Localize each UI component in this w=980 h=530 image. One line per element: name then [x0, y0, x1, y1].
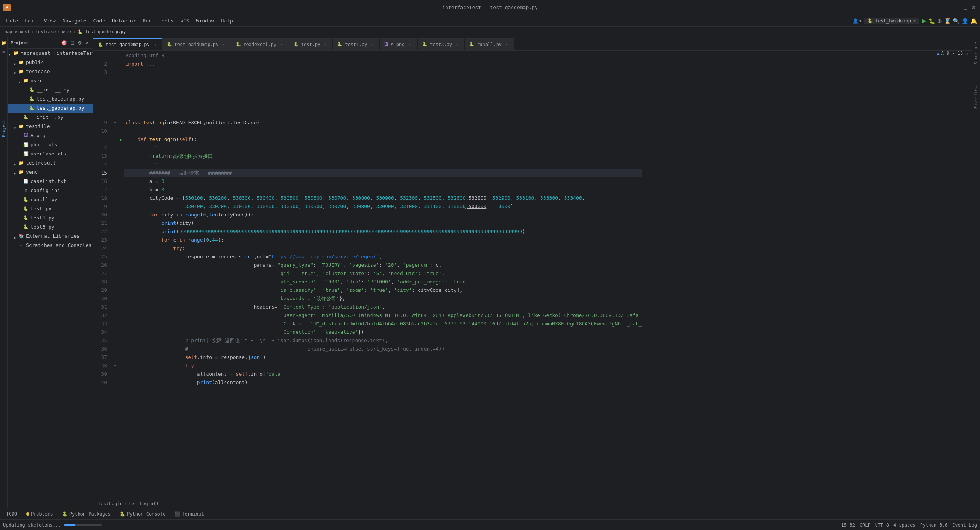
tree-item-caselist[interactable]: ▶ 📄 caselist.txt	[8, 177, 93, 186]
tree-item-config[interactable]: ▶ ⚙ config.ini	[8, 186, 93, 195]
tree-item-user[interactable]: ▾ 📁 user	[8, 76, 93, 85]
code-area[interactable]: 1 2 3 9 10 11 12 13 14 15 16 17	[93, 51, 972, 499]
close-button[interactable]: ✕	[971, 5, 977, 11]
tree-item-runall[interactable]: ▶ 🐍 runall.py	[8, 195, 93, 204]
coverage-button[interactable]: ⊕	[937, 18, 942, 24]
tree-item-external-libraries[interactable]: ▶ 📚 External Libraries	[8, 232, 93, 241]
structure-label[interactable]: Structure	[974, 39, 978, 68]
run-line-11[interactable]: ▶	[118, 135, 124, 144]
profile-run-button[interactable]: ⌛	[944, 18, 951, 24]
terminal-tab[interactable]: ⬛ Terminal	[172, 511, 207, 517]
code-line-25: ····················response = requests.…	[124, 253, 642, 261]
menu-code[interactable]: Code	[90, 17, 108, 24]
favorites-label[interactable]: Favorites	[974, 83, 978, 112]
menu-file[interactable]: File	[3, 17, 21, 24]
project-panel-label[interactable]: Project	[1, 117, 6, 140]
indent[interactable]: 4 spaces	[893, 522, 916, 528]
close-panel-button[interactable]: ✕	[84, 40, 90, 46]
tree-item-public[interactable]: ▶ 📁 public	[8, 58, 93, 67]
fold-for2[interactable]: ▾	[112, 236, 118, 244]
minimize-button[interactable]: —	[954, 5, 960, 11]
python-version[interactable]: Python 3.6	[920, 522, 948, 528]
tree-item-venv[interactable]: ▾ 📁 venv	[8, 168, 93, 177]
breadcrumb-item[interactable]: maprequest	[5, 29, 30, 34]
breadcrumb-current-file[interactable]: 🐍 test_gaodemap.py	[77, 29, 126, 34]
search-everywhere-button[interactable]: 🔍	[953, 18, 959, 24]
run-config-button[interactable]: 🐍 test_baidumap ▼	[864, 18, 919, 24]
code-line-2: import ...	[124, 60, 642, 68]
fold-method[interactable]: ▾	[112, 135, 118, 144]
tab-test-gaodemap[interactable]: 🐍 test_gaodemap.py ✕	[93, 38, 162, 50]
breadcrumb-item[interactable]: testcase	[35, 29, 56, 34]
commit-icon[interactable]: ⊕	[0, 48, 8, 56]
menu-run[interactable]: Run	[140, 17, 155, 24]
menu-help[interactable]: Help	[218, 17, 236, 24]
code-content[interactable]: #coding:utf-8 import ... class TestLogin…	[124, 51, 642, 499]
python-console-tab[interactable]: 🐍 Python Console	[117, 511, 168, 517]
menu-window[interactable]: Window	[193, 17, 217, 24]
tab-close-gaodemap[interactable]: ✕	[152, 42, 157, 47]
breadcrumb-method[interactable]: testLogin()	[128, 501, 159, 506]
notifications-button[interactable]: 🔔	[970, 18, 977, 24]
project-toggle-icon[interactable]: 📁	[0, 39, 8, 46]
tree-item-phonexls[interactable]: ▶ 📊 phone.xls	[8, 140, 93, 149]
tree-item-scratches[interactable]: ▶ ✏ Scratches and Consoles	[8, 241, 93, 250]
python-packages-tab[interactable]: 🐍 Python Packages	[59, 511, 114, 517]
code-line-29: 'is_classify': 'true', 'zoom': 'true', '…	[124, 286, 642, 295]
tree-item-testfile[interactable]: ▾ 📁 testfile	[8, 122, 93, 131]
tree-item-apng[interactable]: ▶ 🖼 A.png	[8, 131, 93, 140]
maximize-button[interactable]: □	[962, 5, 969, 11]
tree-item-init2[interactable]: ▶ 🐍 __init__.py	[8, 113, 93, 122]
menu-edit[interactable]: Edit	[22, 17, 40, 24]
event-log[interactable]: Event Log	[952, 522, 977, 528]
breadcrumb-class[interactable]: TestLogin	[98, 501, 123, 506]
tab-test1[interactable]: 🐍 test1.py ✕	[333, 38, 380, 50]
code-line-17: ········b = 0	[124, 186, 642, 194]
tab-test[interactable]: 🐍 test.py ✕	[289, 38, 333, 50]
tab-test3[interactable]: 🐍 test3.py ✕	[418, 38, 465, 50]
tab-apng[interactable]: 🖼 A.png ✕	[380, 38, 418, 50]
tree-item-test1[interactable]: ▶ 🐍 test1.py	[8, 213, 93, 223]
fold-try2[interactable]: ▾	[112, 362, 118, 370]
line-sep[interactable]: CRLF	[860, 522, 871, 528]
tree-item-usercasexls[interactable]: ▶ 📊 userCase.xls	[8, 149, 93, 159]
problems-tab[interactable]: Problems	[23, 511, 56, 517]
breadcrumb-item[interactable]: user	[62, 29, 72, 34]
menu-view[interactable]: View	[41, 17, 59, 24]
run-button[interactable]: ▶	[922, 17, 926, 24]
fold-class[interactable]: ▾	[112, 118, 118, 127]
tree-item-testresult[interactable]: ▶ 📁 testresult	[8, 159, 93, 168]
code-line-40: ························print(allcontent…	[124, 378, 642, 387]
tree-item-init1[interactable]: ▶ 🐍 __init__.py	[8, 85, 93, 94]
tab-close-readexcel[interactable]: ✕	[279, 42, 284, 47]
tree-item-testcase[interactable]: ▾ 📁 testcase	[8, 67, 93, 76]
collapse-all-button[interactable]: ⊟	[69, 40, 75, 46]
tab-runall[interactable]: 🐍 runall.py ✕	[465, 38, 514, 50]
profile-button[interactable]: 👤▼	[853, 18, 861, 24]
locate-file-button[interactable]: 🎯	[60, 40, 68, 46]
tab-readexcel[interactable]: 🐍 readexcel.py ✕	[231, 38, 289, 50]
menu-navigate[interactable]: Navigate	[59, 17, 90, 24]
tab-close-baidumap[interactable]: ✕	[221, 42, 226, 47]
fold-for[interactable]: ▾	[112, 211, 118, 219]
tab-close-test[interactable]: ✕	[322, 42, 328, 47]
menu-tools[interactable]: Tools	[156, 17, 176, 24]
menu-refactor[interactable]: Refactor	[109, 17, 139, 24]
encoding[interactable]: UTF-8	[875, 522, 889, 528]
tab-close-apng[interactable]: ✕	[407, 42, 412, 47]
tree-item-root[interactable]: ▾ 📁 maprequest [interfaceTest] H:\	[8, 49, 93, 58]
tree-item-test[interactable]: ▶ 🐍 test.py	[8, 204, 93, 213]
debug-button[interactable]: 🐛	[929, 18, 935, 24]
tree-item-gaodemap[interactable]: ▶ 🐍 test_gaodemap.py	[8, 104, 93, 113]
tab-close-test1[interactable]: ✕	[369, 42, 375, 47]
user-icon-button[interactable]: 👤	[962, 18, 968, 24]
settings-button[interactable]: ⚙	[77, 40, 83, 46]
todo-tab[interactable]: TODO	[3, 511, 20, 517]
menu-vcs[interactable]: VCS	[177, 17, 192, 24]
tree-item-test3[interactable]: ▶ 🐍 test3.py	[8, 223, 93, 232]
tab-close-test3[interactable]: ✕	[454, 42, 460, 47]
tab-test-baidumap[interactable]: 🐍 test_baidumap.py ✕	[162, 38, 231, 50]
tree-item-baidumap[interactable]: ▶ 🐍 test_baidumap.py	[8, 94, 93, 104]
cursor-position[interactable]: 15:32	[841, 522, 855, 528]
tab-close-runall[interactable]: ✕	[504, 42, 509, 47]
